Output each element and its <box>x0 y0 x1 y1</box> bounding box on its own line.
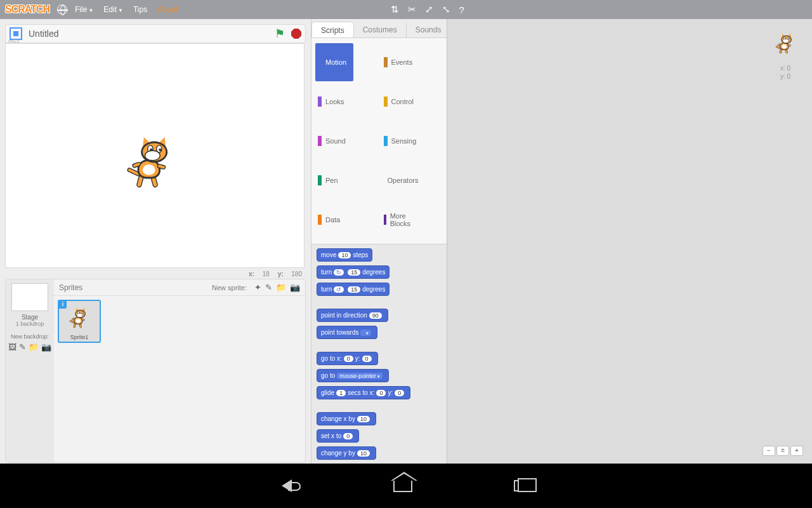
scratch-cat-icon <box>69 309 90 330</box>
duplicate-icon[interactable]: ⇅ <box>391 4 399 15</box>
help-icon[interactable]: ? <box>459 4 464 15</box>
menu-about[interactable]: About <box>157 5 177 14</box>
sprite-thumbnail-sprite1[interactable]: i Sprite1 <box>58 300 101 343</box>
zoom-controls: − = + <box>763 446 803 456</box>
tab-costumes[interactable]: Costumes <box>354 22 407 37</box>
sprite-camera-icon[interactable]: 📷 <box>290 283 300 292</box>
backdrop-upload-icon[interactable]: 📁 <box>29 342 39 352</box>
category-looks[interactable]: Looks <box>315 83 353 121</box>
android-home-icon[interactable] <box>393 479 412 492</box>
menu-edit[interactable]: Edit▼ <box>103 5 123 14</box>
delete-icon[interactable]: ✂ <box>408 4 416 15</box>
stage-thumbnail[interactable] <box>11 283 48 311</box>
menu-file[interactable]: File▼ <box>75 5 93 14</box>
block-goto[interactable]: go tomouse-pointer <box>317 369 389 382</box>
stage[interactable] <box>5 43 304 268</box>
android-nav-bar <box>0 464 812 508</box>
block-categories: Motion Events Looks Control Sound Sensin… <box>311 38 447 244</box>
block-point-towards[interactable]: point towards <box>317 326 377 339</box>
new-sprite-label: New sprite: <box>212 284 247 291</box>
backdrop-library-icon[interactable]: 🖼 <box>8 342 16 352</box>
block-turn-ccw[interactable]: turn↺15degrees <box>317 283 390 296</box>
scripts-workspace[interactable]: x: 0 y: 0 − = + <box>447 19 812 464</box>
backdrop-paint-icon[interactable]: ✎ <box>19 342 26 352</box>
zoom-reset-button[interactable]: = <box>776 446 789 456</box>
tab-scripts[interactable]: Scripts <box>311 22 354 37</box>
block-glide[interactable]: glide1secs to x:0y:0 <box>317 386 410 399</box>
block-goto-xy[interactable]: go to x:0y:0 <box>317 352 378 365</box>
zoom-out-button[interactable]: − <box>763 446 775 456</box>
block-point-direction[interactable]: point in direction90 <box>317 309 388 322</box>
block-move-steps[interactable]: move10steps <box>317 248 372 262</box>
block-turn-cw[interactable]: turn↻15degrees <box>317 265 390 279</box>
category-pen[interactable]: Pen <box>315 161 353 199</box>
category-sound[interactable]: Sound <box>315 122 353 160</box>
stage-coords: x: 18 y: 180 <box>5 271 302 277</box>
category-operators[interactable]: Operators <box>381 161 419 199</box>
green-flag-icon[interactable]: ⚑ <box>275 27 285 41</box>
android-recent-icon[interactable] <box>514 480 530 491</box>
tab-sounds[interactable]: Sounds <box>407 22 451 37</box>
sprites-label: Sprites <box>59 283 212 292</box>
category-control[interactable]: Control <box>381 83 419 121</box>
sprite-position-readout: x: 0 y: 0 <box>766 25 804 80</box>
stop-icon[interactable] <box>291 29 301 39</box>
grow-icon[interactable]: ⤢ <box>425 4 433 15</box>
android-back-icon[interactable] <box>282 479 292 492</box>
block-palette[interactable]: move10steps turn↻15degrees turn↺15degree… <box>311 244 447 464</box>
backdrop-camera-icon[interactable]: 📷 <box>41 342 51 352</box>
zoom-in-button[interactable]: + <box>790 446 803 456</box>
category-sensing[interactable]: Sensing <box>381 122 419 160</box>
scratch-cat-icon <box>125 138 178 191</box>
top-menu-bar: SCRATCH File▼ Edit▼ Tips About ⇅ ✂ ⤢ ⤡ ? <box>0 0 812 19</box>
menu-tips[interactable]: Tips <box>133 5 147 14</box>
shrink-icon[interactable]: ⤡ <box>442 4 450 15</box>
language-icon[interactable] <box>57 4 67 15</box>
stage-header: v423 Untitled ⚑ <box>5 24 306 43</box>
sprite-info-icon[interactable]: i <box>59 301 67 309</box>
editor-tabs: Scripts Costumes Sounds <box>311 19 447 38</box>
stage-selector[interactable]: Stage 1 backdrop New backdrop: 🖼 ✎ 📁 📷 <box>6 279 54 462</box>
block-set-x[interactable]: set x to0 <box>317 429 359 443</box>
category-data[interactable]: Data <box>315 201 353 239</box>
sprite-upload-icon[interactable]: 📁 <box>276 283 286 292</box>
project-title[interactable]: Untitled <box>29 29 275 39</box>
sprite-library-icon[interactable]: ✦ <box>254 283 261 292</box>
sprite-paint-icon[interactable]: ✎ <box>265 283 272 292</box>
category-events[interactable]: Events <box>381 43 419 81</box>
scratch-cat-icon <box>775 34 796 55</box>
block-change-x[interactable]: change x by10 <box>317 412 376 425</box>
category-motion[interactable]: Motion <box>315 43 353 81</box>
scratch-logo[interactable]: SCRATCH <box>5 4 49 15</box>
category-more[interactable]: More Blocks <box>381 201 419 239</box>
block-change-y[interactable]: change y by10 <box>317 446 376 460</box>
